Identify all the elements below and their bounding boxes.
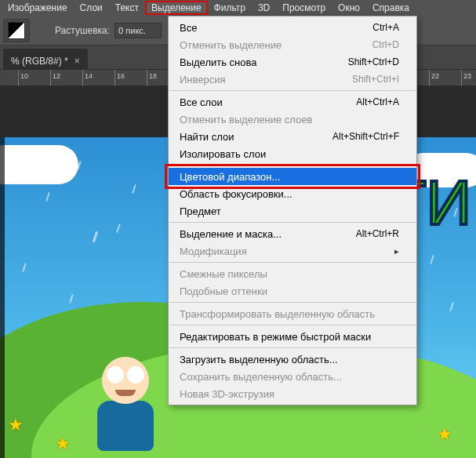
menu-shortcut: Ctrl+D — [372, 39, 399, 50]
artwork-character — [94, 357, 157, 451]
menu-command[interactable]: ВсеCtrl+A — [169, 19, 416, 36]
menu-command: Новая 3D-экструзия — [169, 385, 416, 402]
menu-separator — [169, 222, 416, 223]
artwork-cloud — [0, 145, 78, 184]
menu-command[interactable]: Цветовой диапазон... — [169, 168, 416, 185]
menu-command-label: Новая 3D-экструзия — [180, 388, 274, 400]
menu-separator — [169, 262, 416, 263]
menu-shortcut: Shift+Ctrl+I — [352, 74, 399, 85]
menu-command-label: Все — [180, 22, 197, 34]
menu-command[interactable]: Найти слоиAlt+Shift+Ctrl+F — [169, 128, 416, 145]
ruler-label: 10 — [20, 72, 28, 80]
menu-item-text[interactable]: Текст — [109, 1, 145, 15]
menu-command[interactable]: Выделить сноваShift+Ctrl+D — [169, 53, 416, 71]
menu-command-label: Модификация — [180, 245, 247, 257]
menu-command: ИнверсияShift+Ctrl+I — [169, 71, 416, 88]
menu-command-label: Трансформировать выделенную область — [180, 308, 375, 320]
feather-input[interactable] — [114, 23, 162, 38]
artwork-star-icon: ★ — [437, 424, 452, 445]
artwork-star-icon: ★ — [8, 415, 24, 435]
ruler-tick — [82, 70, 83, 87]
menu-bar: Изображение Слои Текст Выделение Фильтр … — [0, 0, 476, 16]
menu-separator — [169, 347, 416, 348]
menu-item-layers[interactable]: Слои — [74, 1, 109, 15]
menu-shortcut: Shift+Ctrl+D — [348, 56, 399, 67]
menu-command-label: Сохранить выделенную область... — [180, 371, 342, 383]
menu-shortcut: Ctrl+A — [372, 22, 399, 33]
menu-separator — [169, 325, 416, 325]
menu-command: Смежные пикселы — [169, 265, 416, 282]
menu-command: Отменить выделение слоев — [169, 111, 416, 128]
menu-item-filter[interactable]: Фильтр — [208, 1, 252, 15]
menu-item-select[interactable]: Выделение — [145, 1, 208, 15]
menu-shortcut: Alt+Ctrl+R — [356, 228, 399, 239]
menu-command[interactable]: Предмет — [169, 202, 416, 220]
ruler-label: 22 — [431, 72, 439, 80]
menu-item-3d[interactable]: 3D — [252, 1, 276, 15]
submenu-arrow-icon: ▸ — [394, 246, 399, 256]
menu-command[interactable]: Выделение и маска...Alt+Ctrl+R — [169, 225, 416, 242]
menu-command-label: Все слои — [180, 96, 223, 108]
menu-shortcut: Alt+Ctrl+A — [356, 96, 399, 107]
menu-shortcut: Alt+Shift+Ctrl+F — [332, 131, 399, 142]
menu-command-label: Редактировать в режиме быстрой маски — [180, 331, 371, 343]
menu-command-label: Изолировать слои — [180, 148, 266, 160]
menu-command: Сохранить выделенную область... — [169, 368, 416, 385]
menu-item-image[interactable]: Изображение — [2, 1, 74, 15]
menu-separator — [169, 90, 416, 91]
artwork-star-icon: ★ — [55, 434, 71, 454]
ruler-tick — [461, 70, 462, 87]
menu-command[interactable]: Редактировать в режиме быстрой маски — [169, 328, 416, 345]
menu-separator — [169, 165, 416, 165]
menu-command: Отменить выделениеCtrl+D — [169, 36, 416, 53]
tool-preset-button[interactable] — [3, 19, 30, 42]
select-menu-dropdown: ВсеCtrl+AОтменить выделениеCtrl+DВыделит… — [168, 16, 417, 405]
menu-command-label: Подобные оттенки — [180, 285, 267, 297]
menu-separator — [169, 302, 416, 303]
ruler-label: 16 — [117, 72, 125, 80]
menu-command-label: Инверсия — [180, 74, 226, 85]
close-icon[interactable]: × — [74, 56, 80, 67]
menu-command[interactable]: Загрузить выделенную область... — [169, 351, 416, 368]
ruler-tick — [147, 70, 147, 87]
menu-command-label: Предмет — [180, 205, 221, 217]
ruler-tick — [429, 70, 430, 87]
menu-command[interactable]: Область фокусировки... — [169, 185, 416, 202]
feather-label: Растушевка: — [55, 25, 110, 36]
menu-command-label: Цветовой диапазон... — [180, 171, 280, 183]
ruler-label: 12 — [53, 72, 60, 80]
menu-command-label: Область фокусировки... — [180, 188, 293, 200]
menu-command-label: Отменить выделение слоев — [180, 114, 312, 125]
ruler-tick — [50, 70, 51, 87]
canvas-edge-shadow — [0, 137, 5, 458]
ruler-tick — [18, 70, 19, 87]
ruler-label: 23 — [463, 72, 471, 80]
menu-item-window[interactable]: Окно — [332, 1, 366, 15]
menu-command[interactable]: Все слоиAlt+Ctrl+A — [169, 93, 416, 111]
menu-command-label: Загрузить выделенную область... — [180, 354, 338, 365]
ruler-label: 18 — [149, 72, 157, 80]
menu-command: Подобные оттенки — [169, 282, 416, 300]
menu-command: Трансформировать выделенную область — [169, 305, 416, 322]
document-tab-title: % (RGB/8#) * — [11, 56, 68, 67]
ruler-tick — [114, 70, 115, 87]
menu-command[interactable]: Изолировать слои — [169, 145, 416, 162]
menu-command: Модификация▸ — [169, 242, 416, 260]
menu-command-label: Выделение и маска... — [180, 228, 282, 240]
menu-command-label: Найти слои — [180, 131, 234, 143]
menu-command-label: Отменить выделение — [180, 39, 282, 51]
menu-item-help[interactable]: Справка — [366, 1, 416, 15]
foreground-background-swatch-icon — [8, 22, 25, 39]
menu-command-label: Выделить снова — [180, 56, 256, 68]
ruler-label: 14 — [85, 72, 93, 80]
document-tab[interactable]: % (RGB/8#) * × — [3, 49, 88, 69]
menu-item-view[interactable]: Просмотр — [276, 1, 332, 15]
menu-command-label: Смежные пикселы — [180, 268, 267, 280]
